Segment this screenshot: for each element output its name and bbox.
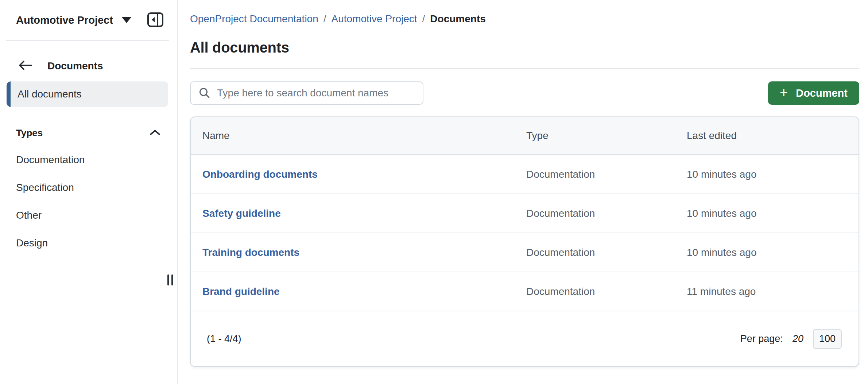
column-header-last-edited: Last edited <box>687 130 859 142</box>
module-header: Documents <box>18 60 161 72</box>
table-row: Onboarding documents Documentation 10 mi… <box>191 155 859 194</box>
search-box <box>190 81 423 105</box>
table-header-row: Name Type Last edited <box>191 117 859 155</box>
project-header: Automotive Project <box>0 0 177 40</box>
chevron-up-icon <box>149 129 161 138</box>
sidebar-divider <box>6 40 169 41</box>
toolbar: + Document <box>190 81 859 105</box>
document-type: Documentation <box>526 208 687 219</box>
document-type: Documentation <box>526 247 687 258</box>
sidebar-item-other[interactable]: Other <box>0 201 177 229</box>
per-page-control: Per page: 20 100 <box>740 329 842 349</box>
sidebar-item-documentation[interactable]: Documentation <box>0 146 177 174</box>
document-type: Documentation <box>526 169 687 180</box>
search-input[interactable] <box>190 81 423 105</box>
drag-handle-icon <box>167 274 169 285</box>
table-row: Training documents Documentation 10 minu… <box>191 233 859 272</box>
document-link-brand-guideline[interactable]: Brand guideline <box>202 286 280 297</box>
title-divider <box>190 68 859 69</box>
document-type: Documentation <box>526 286 687 297</box>
breadcrumb-current: Documents <box>430 13 485 25</box>
types-list: Documentation Specification Other Design <box>0 146 177 257</box>
project-selector[interactable]: Automotive Project <box>16 14 131 26</box>
sidebar-item-specification[interactable]: Specification <box>0 174 177 201</box>
breadcrumb: OpenProject Documentation / Automotive P… <box>190 13 859 25</box>
document-link-training-documents[interactable]: Training documents <box>202 247 299 258</box>
pagination-range: (1 - 4/4) <box>207 333 241 345</box>
selected-accent-bar <box>7 81 11 107</box>
drag-handle-icon <box>171 274 173 285</box>
panel-collapse-left-icon <box>147 12 164 28</box>
add-document-button[interactable]: + Document <box>768 81 859 105</box>
breadcrumb-link-automotive-project[interactable]: Automotive Project <box>332 13 417 25</box>
per-page-label: Per page: <box>740 333 783 345</box>
breadcrumb-link-openproject-documentation[interactable]: OpenProject Documentation <box>190 13 318 25</box>
sidebar-item-all-documents[interactable]: All documents <box>7 81 168 107</box>
table-footer: (1 - 4/4) Per page: 20 100 <box>191 311 859 366</box>
search-icon <box>199 87 210 99</box>
sidebar-item-label: All documents <box>18 88 82 100</box>
add-document-label: Document <box>796 87 848 99</box>
document-last-edited: 11 minutes ago <box>687 286 859 297</box>
types-section-toggle[interactable]: Types <box>16 127 161 139</box>
type-item-label: Design <box>16 237 48 249</box>
collapse-sidebar-button[interactable] <box>147 12 164 28</box>
type-item-label: Other <box>16 210 42 221</box>
table-row: Safety guideline Documentation 10 minute… <box>191 194 859 233</box>
page-title: All documents <box>190 39 859 56</box>
document-last-edited: 10 minutes ago <box>687 208 859 219</box>
arrow-left-icon <box>18 60 33 72</box>
per-page-option-20[interactable]: 20 <box>793 333 803 345</box>
types-header-label: Types <box>16 127 43 139</box>
column-header-name: Name <box>191 130 526 142</box>
caret-down-icon <box>122 17 131 23</box>
column-header-type: Type <box>526 130 687 142</box>
per-page-option-100[interactable]: 100 <box>813 329 842 349</box>
document-last-edited: 10 minutes ago <box>687 169 859 180</box>
documents-table: Name Type Last edited Onboarding documen… <box>190 116 859 367</box>
document-last-edited: 10 minutes ago <box>687 247 859 258</box>
module-title: Documents <box>47 60 103 72</box>
type-item-label: Specification <box>16 182 74 193</box>
document-link-safety-guideline[interactable]: Safety guideline <box>202 208 281 219</box>
plus-icon: + <box>780 85 788 99</box>
breadcrumb-separator: / <box>422 13 425 25</box>
breadcrumb-separator: / <box>323 13 326 25</box>
back-button[interactable] <box>18 60 33 72</box>
sidebar: Automotive Project Documents <box>0 0 178 384</box>
sidebar-resize-handle[interactable] <box>167 274 173 285</box>
table-row: Brand guideline Documentation 11 minutes… <box>191 272 859 311</box>
project-name: Automotive Project <box>16 14 113 26</box>
document-link-onboarding-documents[interactable]: Onboarding documents <box>202 169 318 180</box>
main-content: OpenProject Documentation / Automotive P… <box>178 0 868 384</box>
sidebar-item-design[interactable]: Design <box>0 229 177 257</box>
type-item-label: Documentation <box>16 154 85 166</box>
